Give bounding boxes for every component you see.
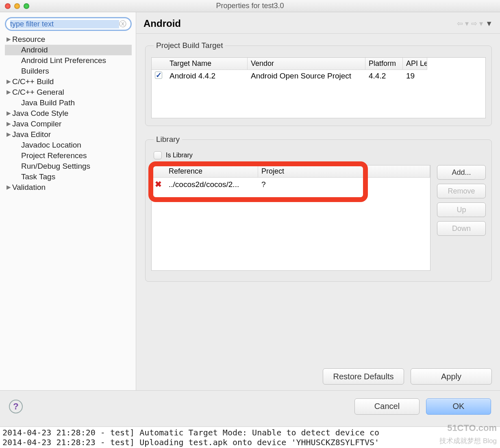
chevron-right-icon: ▶ — [7, 184, 12, 190]
sidebar-item-builders[interactable]: Builders — [5, 66, 132, 76]
col-api[interactable]: API Le — [403, 58, 427, 70]
col-platform[interactable]: Platform — [365, 58, 403, 70]
sidebar-item-resource[interactable]: ▶Resource — [5, 34, 132, 45]
down-button[interactable]: Down — [437, 221, 486, 236]
add-button[interactable]: Add... — [437, 165, 486, 180]
help-icon[interactable]: ? — [9, 400, 23, 413]
library-title: Library — [154, 135, 182, 144]
console-line: 2014-04-23 21:28:20 - test] Automatic Ta… — [2, 428, 498, 437]
sidebar-item-java-code-style[interactable]: ▶Java Code Style — [5, 108, 132, 119]
target-table[interactable]: Target Name Vendor Platform API Le Andro… — [151, 57, 486, 118]
up-button[interactable]: Up — [437, 202, 486, 217]
restore-defaults-button[interactable]: Restore Defaults — [323, 368, 404, 385]
sidebar-item-task-tags[interactable]: Task Tags — [5, 172, 132, 182]
window-controls — [5, 3, 29, 9]
cell-project: ? — [258, 178, 430, 191]
sidebar-item-label: Java Code Style — [12, 109, 68, 118]
library-buttons: Add... Remove Up Down — [437, 165, 486, 271]
sidebar-item-android[interactable]: Android — [5, 45, 132, 55]
col-target-name[interactable]: Target Name — [166, 58, 248, 70]
chevron-right-icon: ▶ — [7, 89, 12, 95]
is-library-label: Is Library — [166, 152, 193, 159]
sidebar-item-label: Java Compiler — [12, 120, 61, 128]
sidebar-item-project-references[interactable]: Project References — [5, 150, 132, 161]
sidebar-item-android-lint-preferences[interactable]: Android Lint Preferences — [5, 55, 132, 66]
checkbox-icon[interactable] — [155, 72, 162, 79]
col-check — [152, 58, 166, 70]
sidebar-item-java-build-path[interactable]: Java Build Path — [5, 98, 132, 108]
page-title: Android — [143, 18, 457, 29]
nav-back-icon[interactable]: ⇦ ▾ — [457, 19, 469, 28]
sidebar-item-label: Builders — [21, 67, 49, 76]
sidebar-item-label: Javadoc Location — [21, 141, 81, 150]
content-footer: Restore Defaults Apply — [136, 364, 500, 390]
minimize-icon[interactable] — [14, 3, 20, 9]
content-header: Android ⇦ ▾ ⇨ ▾ ▼ — [136, 12, 500, 34]
sidebar-item-label: Android — [21, 46, 48, 54]
chevron-right-icon: ▶ — [7, 78, 12, 85]
apply-button[interactable]: Apply — [411, 368, 492, 385]
nav-menu-icon[interactable]: ▼ — [485, 20, 493, 28]
close-icon[interactable] — [5, 3, 11, 9]
sidebar-item-java-editor[interactable]: ▶Java Editor — [5, 129, 132, 140]
nav-forward-icon[interactable]: ⇨ ▾ — [471, 19, 483, 28]
content-pane: Android ⇦ ▾ ⇨ ▾ ▼ Project Build Target T… — [136, 12, 500, 390]
sidebar-item-validation[interactable]: ▶Validation — [5, 182, 132, 193]
table-row[interactable]: ✖ ../cocos2d/cocos/2... ? — [152, 178, 430, 191]
cancel-button[interactable]: Cancel — [354, 398, 420, 415]
cell-vendor: Android Open Source Project — [248, 70, 365, 83]
chevron-right-icon: ▶ — [7, 36, 12, 42]
remove-button[interactable]: Remove — [437, 184, 486, 198]
cell-reference: ../cocos2d/cocos/2... — [165, 178, 258, 191]
sidebar-item-c-c-build[interactable]: ▶C/C++ Build — [5, 76, 132, 87]
console-output: 2014-04-23 21:28:20 - test] Automatic Ta… — [0, 426, 500, 448]
table-row[interactable]: Android 4.4.2 Android Open Source Projec… — [152, 70, 485, 83]
maximize-icon[interactable] — [24, 3, 29, 9]
is-library-row[interactable]: Is Library — [151, 151, 486, 165]
col-project[interactable]: Project — [258, 165, 430, 178]
sidebar-item-label: Task Tags — [21, 172, 55, 181]
category-tree: ▶ResourceAndroidAndroid Lint Preferences… — [5, 34, 132, 193]
cell-api: 19 — [403, 70, 427, 83]
ok-button[interactable]: OK — [426, 398, 491, 415]
main-area: ⓧ ▶ResourceAndroidAndroid Lint Preferenc… — [0, 12, 500, 390]
sidebar-item-label: Resource — [12, 35, 45, 44]
console-line: 2014-04-23 21:28:23 - test] Uploading te… — [2, 437, 498, 447]
sidebar-item-run-debug-settings[interactable]: Run/Debug Settings — [5, 161, 132, 172]
sidebar-item-c-c-general[interactable]: ▶C/C++ General — [5, 87, 132, 98]
filter-field[interactable]: ⓧ — [5, 17, 132, 31]
sidebar-item-label: Project References — [21, 151, 87, 160]
chevron-right-icon: ▶ — [7, 110, 12, 116]
build-target-title: Project Build Target — [154, 41, 225, 50]
dialog-footer: ? Cancel OK — [0, 390, 500, 422]
sidebar-item-label: Android Lint Preferences — [21, 56, 106, 65]
clear-icon[interactable]: ⓧ — [119, 19, 126, 29]
sidebar: ⓧ ▶ResourceAndroidAndroid Lint Preferenc… — [0, 12, 136, 390]
build-target-group: Project Build Target Target Name Vendor … — [145, 41, 492, 126]
sidebar-item-label: C/C++ Build — [12, 77, 54, 86]
sidebar-item-javadoc-location[interactable]: Javadoc Location — [5, 140, 132, 150]
sidebar-item-label: Validation — [12, 183, 46, 192]
window-title: Properties for test3.0 — [0, 2, 500, 10]
titlebar: Properties for test3.0 — [0, 0, 500, 12]
cell-platform: 4.4.2 — [365, 70, 403, 83]
sidebar-item-label: C/C++ General — [12, 88, 64, 97]
cell-target-name: Android 4.4.2 — [166, 70, 248, 83]
error-icon: ✖ — [155, 181, 162, 188]
library-table[interactable]: Reference Project ✖ ../cocos2d/cocos/2..… — [151, 165, 430, 271]
chevron-right-icon: ▶ — [7, 131, 12, 137]
sidebar-item-label: Run/Debug Settings — [21, 162, 90, 171]
sidebar-item-java-compiler[interactable]: ▶Java Compiler — [5, 119, 132, 129]
col-vendor[interactable]: Vendor — [248, 58, 365, 70]
library-group: Library Is Library Reference Project ✖ — [145, 135, 492, 282]
sidebar-item-label: Java Editor — [12, 130, 51, 139]
chevron-right-icon: ▶ — [7, 120, 12, 127]
col-status — [152, 165, 165, 178]
filter-input[interactable] — [10, 20, 119, 28]
sidebar-item-label: Java Build Path — [21, 98, 75, 107]
col-reference[interactable]: Reference — [165, 165, 258, 178]
is-library-checkbox[interactable] — [154, 151, 162, 159]
content-body: Project Build Target Target Name Vendor … — [136, 34, 500, 364]
